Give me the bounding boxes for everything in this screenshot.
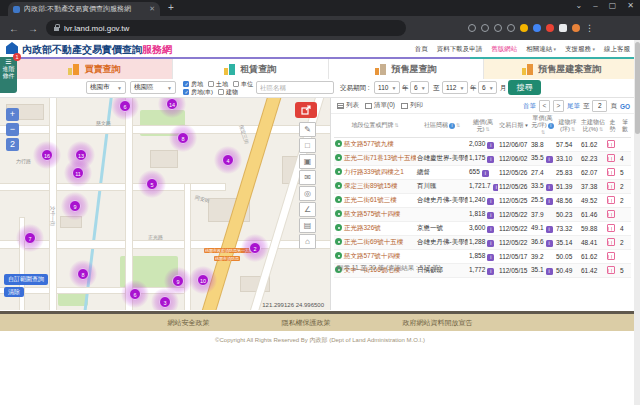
- advanced-filter-tab[interactable]: ☰ 進階條件 1: [0, 57, 17, 93]
- address-link[interactable]: 正光路326號: [344, 224, 381, 231]
- price-detail-icon[interactable]: i: [487, 226, 494, 233]
- address-link[interactable]: 慈文路577號十四樓: [344, 252, 400, 259]
- map-cluster-marker[interactable]: 4: [214, 146, 242, 174]
- tab-close-icon[interactable]: ✕: [149, 5, 155, 13]
- next-page-button[interactable]: >: [553, 100, 564, 112]
- back-icon[interactable]: ←: [9, 23, 19, 34]
- unit-price-detail-icon[interactable]: i: [546, 240, 553, 247]
- view-board-button[interactable]: 清單(0): [365, 101, 395, 110]
- first-page-button[interactable]: 首筆: [523, 102, 536, 111]
- locate-icon[interactable]: ◎: [299, 186, 316, 201]
- browser-menu-icon[interactable]: ⋮: [585, 23, 594, 33]
- column-header[interactable]: 建物坪(坪)⇅: [555, 114, 580, 138]
- price-detail-icon[interactable]: i: [487, 212, 494, 219]
- extension-icon[interactable]: [533, 24, 541, 32]
- bookmark-star-icon[interactable]: [507, 24, 515, 32]
- type-checkbox-房地(車)[interactable]: 房地(車): [183, 88, 213, 97]
- column-header[interactable]: 單價(萬元/坪)i⇅: [530, 114, 555, 138]
- extension-icon[interactable]: [494, 24, 502, 32]
- from-year-select[interactable]: 110▼: [374, 81, 400, 94]
- map-cluster-marker[interactable]: 7: [16, 224, 44, 252]
- polygon-select-icon[interactable]: ▣: [299, 154, 316, 169]
- price-detail-icon[interactable]: i: [482, 170, 489, 177]
- header-nav-item[interactable]: 舊版網站: [491, 45, 517, 54]
- custom-range-button[interactable]: 自訂範圍查詢: [4, 274, 48, 285]
- header-nav-item[interactable]: 線上客服: [604, 45, 630, 54]
- go-button[interactable]: GO: [620, 103, 630, 110]
- trend-chart-icon[interactable]: [607, 252, 615, 260]
- tab-sale-query[interactable]: 買賣查詢: [17, 59, 173, 80]
- poi-icon[interactable]: ⌂: [299, 234, 316, 249]
- tab-rent-query[interactable]: 租賃查詢: [173, 59, 329, 80]
- price-detail-icon[interactable]: i: [487, 254, 494, 261]
- unit-price-detail-icon[interactable]: i: [546, 198, 553, 205]
- extension-icon[interactable]: [559, 24, 567, 32]
- header-nav-item[interactable]: 相關連結: [526, 45, 556, 54]
- search-button[interactable]: 搜尋: [508, 80, 541, 95]
- measure-icon[interactable]: ∠: [299, 202, 316, 217]
- community-name-input[interactable]: [256, 81, 334, 94]
- address-link[interactable]: 正光二街61號三樓: [344, 196, 397, 203]
- print-button[interactable]: 列印: [401, 101, 423, 110]
- unit-price-detail-icon[interactable]: i: [546, 156, 553, 163]
- map-panel[interactable]: 文中一街慈文路正光路力行路保定三街同安街 桃園市政府消防局第一大隊桃園市消防局 …: [0, 98, 331, 310]
- column-header[interactable]: 主建物佔比(%)⇅: [580, 114, 606, 138]
- price-detail-icon[interactable]: i: [487, 240, 494, 247]
- unit-price-detail-icon[interactable]: i: [546, 226, 553, 233]
- to-year-select[interactable]: 112▼: [442, 81, 468, 94]
- address-link[interactable]: 保定三街89號15樓: [344, 182, 397, 189]
- tab-presale-query[interactable]: 預售屋查詢: [329, 59, 485, 80]
- map-cluster-marker[interactable]: 9: [164, 267, 192, 295]
- price-detail-icon[interactable]: i: [487, 198, 494, 205]
- extension-icon[interactable]: [468, 24, 476, 32]
- address-link[interactable]: 正光二街71巷13號十五樓: [344, 154, 416, 161]
- trend-chart-icon[interactable]: [607, 210, 615, 218]
- map-cluster-marker[interactable]: 10: [189, 266, 217, 294]
- map-cluster-marker[interactable]: 6: [111, 98, 139, 120]
- map-cluster-marker[interactable]: 2: [241, 234, 269, 262]
- mail-icon[interactable]: ✉: [299, 170, 316, 185]
- window-control-icon[interactable]: –: [593, 1, 597, 10]
- address-link[interactable]: 慈文路577號九樓: [344, 140, 394, 147]
- map-cluster-marker[interactable]: 8: [169, 124, 197, 152]
- window-control-icon[interactable]: ▢: [609, 1, 617, 10]
- trend-chart-icon[interactable]: [607, 182, 615, 190]
- info-icon[interactable]: i: [548, 123, 554, 129]
- zoom-in-button[interactable]: +: [6, 108, 19, 121]
- scrollbar-thumb[interactable]: [635, 42, 640, 134]
- prev-page-button[interactable]: <: [539, 100, 550, 112]
- trend-chart-icon[interactable]: [607, 140, 615, 148]
- footer-link[interactable]: 網站安全政策: [168, 318, 210, 328]
- map-cluster-marker[interactable]: 11: [64, 159, 92, 187]
- view-list-button[interactable]: 列表: [337, 101, 359, 110]
- tab-presale-project-query[interactable]: 預售屋建案查詢: [484, 59, 640, 80]
- window-controls[interactable]: ⌄–▢✕: [576, 1, 634, 10]
- price-detail-icon[interactable]: i: [487, 268, 494, 275]
- address-link[interactable]: 力行路339號四樓之1: [344, 168, 404, 175]
- footer-link[interactable]: 隱私權保護政策: [282, 318, 331, 328]
- header-nav-item[interactable]: 首頁: [415, 45, 428, 54]
- trend-chart-icon[interactable]: [607, 266, 615, 274]
- header-nav-item[interactable]: 支援服務: [565, 45, 595, 54]
- to-month-select[interactable]: 6▼: [478, 81, 497, 94]
- address-bar[interactable]: lvr.land.moi.gov.tw: [46, 20, 406, 36]
- header-nav-item[interactable]: 資料下載及申請: [437, 45, 483, 54]
- map-cluster-marker[interactable]: 5: [138, 170, 166, 198]
- zoom-level-button[interactable]: 2: [6, 138, 19, 151]
- map-cluster-marker[interactable]: 6: [121, 280, 149, 308]
- forward-icon[interactable]: →: [28, 23, 38, 34]
- zoom-out-button[interactable]: −: [6, 123, 19, 136]
- unit-price-detail-icon[interactable]: i: [546, 268, 553, 275]
- page-scrollbar[interactable]: [634, 40, 640, 405]
- map-cluster-marker[interactable]: 9: [61, 192, 89, 220]
- extension-icon[interactable]: [546, 24, 554, 32]
- last-page-button[interactable]: 尾筆: [567, 102, 580, 111]
- price-detail-icon[interactable]: i: [493, 184, 498, 191]
- trend-chart-icon[interactable]: [607, 238, 615, 246]
- draw-tool-icon[interactable]: ✎: [299, 122, 316, 137]
- map-cluster-marker[interactable]: 8: [69, 260, 97, 288]
- unit-price-detail-icon[interactable]: i: [546, 184, 553, 191]
- trend-chart-icon[interactable]: [607, 154, 615, 162]
- window-control-icon[interactable]: ⌄: [576, 1, 583, 10]
- browser-tab[interactable]: 內政部:不動產交易實價查詢服務網 ✕: [8, 2, 160, 16]
